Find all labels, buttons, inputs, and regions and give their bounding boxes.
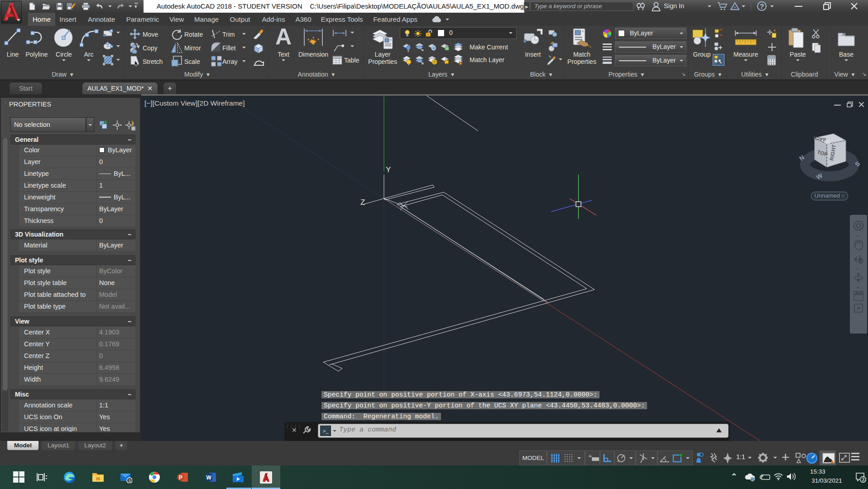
svg-text:P: P	[179, 474, 182, 481]
svg-text:Y: Y	[386, 165, 391, 174]
svg-text:3: 3	[862, 477, 865, 482]
svg-text:W: W	[206, 474, 212, 481]
svg-text:3: 3	[129, 479, 131, 483]
svg-text:Z: Z	[360, 198, 365, 207]
